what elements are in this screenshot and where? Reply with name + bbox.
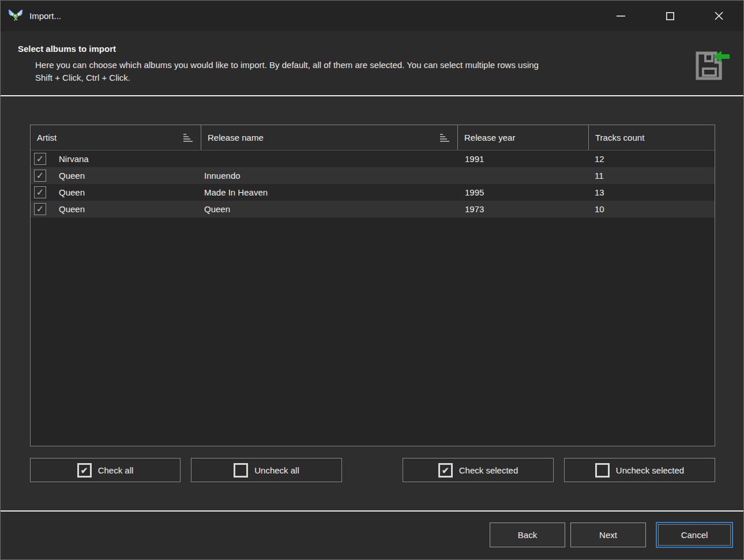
close-icon [715,12,723,20]
check-selected-label: Check selected [459,465,518,475]
window-title: Import... [29,11,61,21]
check-all-button[interactable]: ✔ Check all [30,458,181,482]
column-header-artist[interactable]: Artist [31,125,201,150]
release-name-cell: Queen [204,204,230,214]
titlebar: Import... [1,1,743,31]
uncheck-all-label: Uncheck all [254,465,299,475]
page-description-line1: Here you can choose which albums you wou… [35,59,539,72]
uncheck-all-button[interactable]: Uncheck all [191,458,342,482]
check-selected-button[interactable]: ✔ Check selected [403,458,554,482]
uncheck-selected-label: Uncheck selected [616,465,684,475]
page-title: Select albums to import [18,44,116,54]
window-controls [596,1,743,31]
tracks-count-cell: 10 [595,204,604,214]
sort-ascending-icon [183,134,193,142]
column-label: Release name [208,133,264,142]
minimize-icon [617,16,625,17]
table-row[interactable]: ✓ Queen Queen 1973 10 [31,201,715,217]
page-description-line2: Shift + Click, Ctrl + Click. [35,72,539,84]
maximize-button[interactable] [645,1,694,31]
column-header-release-year[interactable]: Release year [458,125,589,150]
table-row[interactable]: ✓ Queen Innuendo 11 [31,167,715,184]
header-section: Select albums to import Here you can cho… [1,31,743,95]
checked-checkbox-icon: ✔ [438,463,453,478]
column-header-tracks-count[interactable]: Tracks count [589,125,715,150]
unchecked-checkbox-icon [595,463,610,478]
artist-cell: Nirvana [59,154,89,164]
unchecked-checkbox-icon [234,463,248,478]
artist-cell: Queen [59,204,85,214]
column-header-release-name[interactable]: Release name [201,125,458,150]
close-button[interactable] [694,1,743,31]
column-label: Tracks count [595,133,644,142]
tracks-count-cell: 11 [595,171,604,181]
table-row[interactable]: ✓ Nirvana 1991 12 [31,151,715,167]
table-row[interactable]: ✓ Queen Made In Heaven 1995 13 [31,184,715,201]
floppy-import-icon [694,48,730,82]
maximize-icon [666,12,674,20]
page-description: Here you can choose which albums you wou… [35,59,539,84]
table-header-row: Artist Release name Release year Tracks … [31,125,715,151]
release-year-cell: 1991 [465,154,484,164]
row-checkbox[interactable]: ✓ [34,203,46,215]
tracks-count-cell: 12 [595,154,604,164]
import-dialog-window: { "window": { "title": "Import...", "con… [0,0,744,560]
uncheck-selected-button[interactable]: Uncheck selected [564,458,715,482]
next-button[interactable]: Next [570,523,646,547]
header-divider [1,95,743,96]
check-all-label: Check all [98,465,134,475]
cancel-button[interactable]: Cancel [656,522,733,548]
tracks-count-cell: 13 [595,187,604,197]
release-name-cell: Innuendo [204,171,241,181]
back-button[interactable]: Back [490,523,565,547]
sort-ascending-icon [440,134,449,142]
app-butterfly-icon [7,9,24,24]
artist-cell: Queen [59,171,85,181]
row-checkbox[interactable]: ✓ [34,186,46,198]
albums-table: Artist Release name Release year Tracks … [30,125,715,446]
row-checkbox[interactable]: ✓ [34,153,46,165]
minimize-button[interactable] [596,1,645,31]
row-checkbox[interactable]: ✓ [34,170,46,182]
column-label: Artist [37,133,57,142]
artist-cell: Queen [59,187,85,197]
release-year-cell: 1973 [465,204,484,214]
release-year-cell: 1995 [465,187,484,197]
release-name-cell: Made In Heaven [204,187,268,197]
checked-checkbox-icon: ✔ [77,463,92,478]
column-label: Release year [464,133,515,142]
